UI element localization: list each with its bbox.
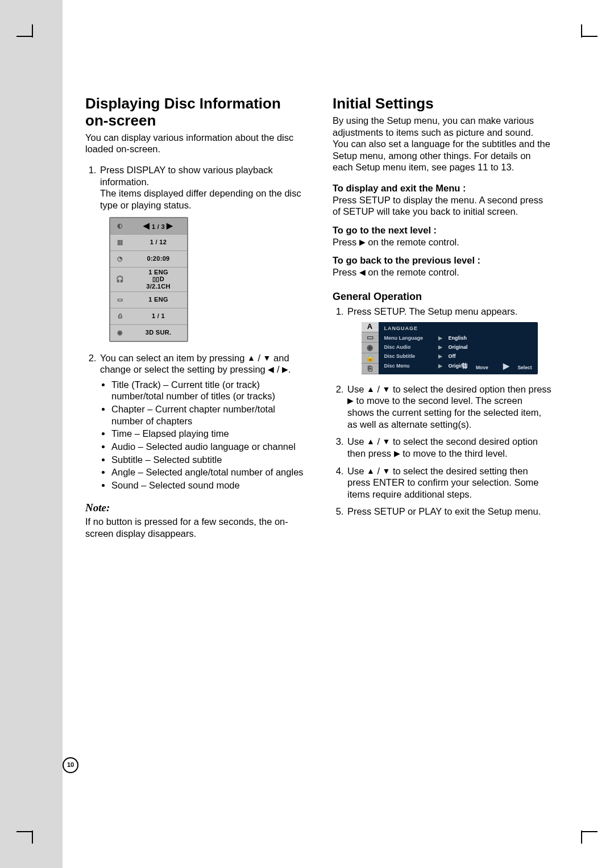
t: to move to the second level. The screen … (347, 395, 541, 429)
step-2-text-c: . (288, 364, 291, 374)
chevron-right-icon: ▶ (438, 335, 449, 341)
t: Use (347, 466, 367, 476)
setup-tab-display: ▭ (362, 332, 379, 343)
crop-mark (16, 831, 32, 832)
setup-tab-strip: A ▭ ◉ 🔒 ⎘ (362, 322, 379, 374)
left-arrow-icon: ◀ (268, 365, 274, 374)
list-item: Sound – Selected sound mode (111, 479, 304, 491)
osd-value: 1 ENG ▯▯D 3/2.1CH (130, 269, 187, 289)
setup-title: LANGUAGE (384, 326, 533, 332)
right-column: Initial Settings By using the Setup menu… (333, 95, 551, 868)
list-item: Audio – Selected audio language or chann… (111, 441, 304, 453)
subhead-display-menu: To display and exit the Menu : (333, 183, 466, 193)
subhead-prev-level: To go back to the previous level : (333, 255, 480, 265)
osd-value: 1 / 1 (130, 312, 187, 319)
title-icon: ▥ (110, 239, 130, 247)
gen-step-1-text: Press SETUP. The Setup menu appears. (347, 306, 517, 316)
osd-row-chapter: ▥ 1 / 12 (110, 235, 187, 251)
chevron-right-icon: ▶ (438, 353, 449, 360)
osd-value: 3D SUR. (130, 329, 187, 336)
list-item: Time – Elapsed playing time (111, 428, 304, 440)
text-prev-a: Press (333, 267, 359, 277)
right-arrow-icon: ▶ (167, 221, 173, 230)
setup-tab-language: A (362, 322, 379, 332)
down-arrow-icon: ▼ (263, 353, 271, 362)
right-arrow-icon: ▶ (359, 237, 366, 247)
left-arrow-icon: ◀ (359, 268, 366, 277)
gen-step-2: Use ▲ / ▼ to select the desired option t… (346, 383, 551, 431)
crop-mark (32, 831, 33, 844)
subtitle-icon: ▭ (110, 296, 130, 304)
setup-foot-move: ⇅ Move (454, 365, 488, 370)
right-arrow-icon: ▶ (394, 449, 400, 458)
osd-row-title: ◐ ◀ 1 / 3 ▶ (110, 218, 187, 235)
setup-row: Disc Audio▶Original (384, 344, 533, 350)
osd-value: 1 ENG (130, 296, 187, 303)
left-margin-strip (0, 0, 63, 868)
setup-body: LANGUAGE Menu Language▶English Disc Audi… (379, 322, 538, 374)
page-number: 10 (63, 757, 78, 773)
osd-value: 1 / 12 (130, 239, 187, 245)
setup-value: Original (449, 344, 468, 350)
setup-tab-audio: ◉ (362, 343, 379, 353)
up-arrow-icon: ▲ (367, 437, 375, 446)
osd-row-angle: ⎙ 1 / 1 (110, 308, 187, 325)
heading-initial-settings: Initial Settings (333, 95, 551, 112)
osd-row-audio: 🎧 1 ENG ▯▯D 3/2.1CH (110, 268, 187, 292)
audio-icon: 🎧 (110, 276, 130, 283)
right-arrow-icon: ▶ (503, 361, 509, 370)
text-prev-b: on the remote control. (366, 267, 459, 277)
right-arrow-icon: ▶ (282, 365, 288, 374)
foot-select-label: Select (517, 365, 532, 370)
note-body: If no button is pressed for a few second… (85, 516, 304, 539)
crop-mark (16, 36, 32, 37)
osd-value: ◀ 1 / 3 ▶ (130, 222, 187, 230)
osd-text: 1 / 3 (152, 223, 165, 230)
general-operation-steps: Press SETUP. The Setup menu appears. A ▭… (333, 306, 551, 518)
list-item: Subtitle – Selected subtitle (111, 454, 304, 466)
t: to select the desired option then press (390, 384, 551, 394)
para-display-menu: To display and exit the Menu : Press SET… (333, 182, 551, 218)
crop-mark (32, 24, 33, 37)
chevron-right-icon: ▶ (438, 344, 449, 350)
setup-label: Disc Audio (384, 344, 438, 350)
setup-value: Off (449, 353, 456, 360)
para-prev-level: To go back to the previous level : Press… (333, 254, 551, 278)
down-arrow-icon: ▼ (383, 466, 391, 475)
osd-field-list: Title (Track) – Current title (or track)… (100, 379, 304, 491)
setup-menu-screenshot: A ▭ ◉ 🔒 ⎘ LANGUAGE Menu Language▶English… (362, 322, 538, 374)
osd-value: 0:20:09 (130, 255, 187, 262)
step-1-line-b: The items displayed differ depending on … (100, 188, 301, 210)
setup-label: Menu Language (384, 335, 438, 341)
gen-step-3: Use ▲ / ▼ to select the second desired o… (346, 436, 551, 459)
disc-info-steps: Press DISPLAY to show various playback i… (85, 164, 304, 491)
heading-disc-info: Displaying Disc Information on-screen (85, 95, 304, 130)
right-arrow-icon: ▶ (347, 396, 354, 405)
sound-icon: ◉ (110, 329, 130, 337)
setup-foot-select: ▶ Select (496, 365, 532, 370)
osd-row-time: ◔ 0:20:09 (110, 251, 187, 268)
setup-row: Menu Language▶English (384, 335, 533, 341)
disc-icon: ◐ (110, 222, 130, 230)
gen-step-1: Press SETUP. The Setup menu appears. A ▭… (346, 306, 551, 374)
setup-label: Disc Subtitle (384, 353, 438, 360)
updown-icon: ⇅ (461, 361, 468, 370)
clock-icon: ◔ (110, 255, 130, 263)
step-2: You can select an item by pressing ▲ / ▼… (99, 352, 304, 491)
up-arrow-icon: ▲ (247, 353, 255, 362)
list-item: Angle – Selected angle/total number of a… (111, 466, 304, 478)
setup-value: English (449, 335, 467, 341)
list-item: Chapter – Current chapter number/total n… (111, 403, 304, 427)
down-arrow-icon: ▼ (383, 437, 391, 446)
settings-intro: By using the Setup menu, you can make va… (333, 115, 551, 173)
gen-step-5: Press SETUP or PLAY to exit the Setup me… (346, 506, 551, 518)
t: Use (347, 384, 367, 394)
text-next-a: Press (333, 237, 359, 247)
setup-label: Disc Menu (384, 363, 438, 369)
step-1: Press DISPLAY to show various playback i… (99, 164, 304, 342)
left-column: Displaying Disc Information on-screen Yo… (85, 95, 304, 868)
para-next-level: To go to the next level : Press ▶ on the… (333, 224, 551, 248)
up-arrow-icon: ▲ (367, 466, 375, 475)
osd-row-sound: ◉ 3D SUR. (110, 325, 187, 341)
t: to move to the third level. (400, 448, 508, 458)
